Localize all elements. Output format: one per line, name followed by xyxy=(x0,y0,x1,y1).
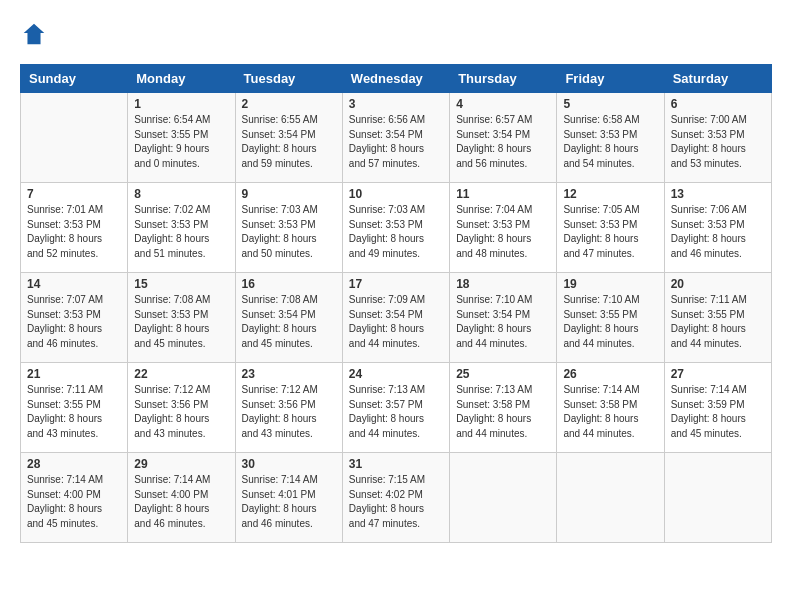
day-info: Sunrise: 7:03 AMSunset: 3:53 PMDaylight:… xyxy=(242,203,336,261)
day-info: Sunrise: 7:14 AMSunset: 3:58 PMDaylight:… xyxy=(563,383,657,441)
day-info: Sunrise: 6:54 AMSunset: 3:55 PMDaylight:… xyxy=(134,113,228,171)
calendar-cell: 10Sunrise: 7:03 AMSunset: 3:53 PMDayligh… xyxy=(342,183,449,273)
calendar-cell: 30Sunrise: 7:14 AMSunset: 4:01 PMDayligh… xyxy=(235,453,342,543)
calendar-cell: 29Sunrise: 7:14 AMSunset: 4:00 PMDayligh… xyxy=(128,453,235,543)
calendar-cell: 2Sunrise: 6:55 AMSunset: 3:54 PMDaylight… xyxy=(235,93,342,183)
day-number: 4 xyxy=(456,97,550,111)
calendar-cell: 1Sunrise: 6:54 AMSunset: 3:55 PMDaylight… xyxy=(128,93,235,183)
day-number: 16 xyxy=(242,277,336,291)
calendar-week-row: 28Sunrise: 7:14 AMSunset: 4:00 PMDayligh… xyxy=(21,453,772,543)
day-number: 5 xyxy=(563,97,657,111)
calendar-cell: 17Sunrise: 7:09 AMSunset: 3:54 PMDayligh… xyxy=(342,273,449,363)
calendar-cell: 24Sunrise: 7:13 AMSunset: 3:57 PMDayligh… xyxy=(342,363,449,453)
calendar-cell: 20Sunrise: 7:11 AMSunset: 3:55 PMDayligh… xyxy=(664,273,771,363)
calendar-cell: 4Sunrise: 6:57 AMSunset: 3:54 PMDaylight… xyxy=(450,93,557,183)
day-number: 6 xyxy=(671,97,765,111)
day-info: Sunrise: 6:58 AMSunset: 3:53 PMDaylight:… xyxy=(563,113,657,171)
calendar-cell: 23Sunrise: 7:12 AMSunset: 3:56 PMDayligh… xyxy=(235,363,342,453)
calendar-cell: 25Sunrise: 7:13 AMSunset: 3:58 PMDayligh… xyxy=(450,363,557,453)
calendar-cell: 19Sunrise: 7:10 AMSunset: 3:55 PMDayligh… xyxy=(557,273,664,363)
day-number: 2 xyxy=(242,97,336,111)
calendar-cell: 22Sunrise: 7:12 AMSunset: 3:56 PMDayligh… xyxy=(128,363,235,453)
calendar-cell: 15Sunrise: 7:08 AMSunset: 3:53 PMDayligh… xyxy=(128,273,235,363)
logo-icon xyxy=(20,20,48,48)
column-header-monday: Monday xyxy=(128,65,235,93)
day-info: Sunrise: 7:11 AMSunset: 3:55 PMDaylight:… xyxy=(671,293,765,351)
day-number: 25 xyxy=(456,367,550,381)
day-number: 3 xyxy=(349,97,443,111)
day-info: Sunrise: 7:13 AMSunset: 3:58 PMDaylight:… xyxy=(456,383,550,441)
day-info: Sunrise: 7:14 AMSunset: 4:00 PMDaylight:… xyxy=(27,473,121,531)
calendar-week-row: 21Sunrise: 7:11 AMSunset: 3:55 PMDayligh… xyxy=(21,363,772,453)
day-number: 10 xyxy=(349,187,443,201)
svg-marker-0 xyxy=(24,24,45,45)
column-header-wednesday: Wednesday xyxy=(342,65,449,93)
day-number: 19 xyxy=(563,277,657,291)
calendar-cell: 3Sunrise: 6:56 AMSunset: 3:54 PMDaylight… xyxy=(342,93,449,183)
column-header-saturday: Saturday xyxy=(664,65,771,93)
day-number: 9 xyxy=(242,187,336,201)
day-number: 20 xyxy=(671,277,765,291)
page-header xyxy=(20,20,772,48)
day-number: 14 xyxy=(27,277,121,291)
day-info: Sunrise: 7:02 AMSunset: 3:53 PMDaylight:… xyxy=(134,203,228,261)
calendar-cell: 6Sunrise: 7:00 AMSunset: 3:53 PMDaylight… xyxy=(664,93,771,183)
day-number: 7 xyxy=(27,187,121,201)
day-number: 23 xyxy=(242,367,336,381)
calendar-week-row: 1Sunrise: 6:54 AMSunset: 3:55 PMDaylight… xyxy=(21,93,772,183)
day-info: Sunrise: 7:14 AMSunset: 4:00 PMDaylight:… xyxy=(134,473,228,531)
calendar-cell: 21Sunrise: 7:11 AMSunset: 3:55 PMDayligh… xyxy=(21,363,128,453)
calendar-cell: 7Sunrise: 7:01 AMSunset: 3:53 PMDaylight… xyxy=(21,183,128,273)
day-info: Sunrise: 7:15 AMSunset: 4:02 PMDaylight:… xyxy=(349,473,443,531)
day-info: Sunrise: 7:03 AMSunset: 3:53 PMDaylight:… xyxy=(349,203,443,261)
day-number: 31 xyxy=(349,457,443,471)
day-number: 29 xyxy=(134,457,228,471)
day-info: Sunrise: 6:56 AMSunset: 3:54 PMDaylight:… xyxy=(349,113,443,171)
calendar-week-row: 14Sunrise: 7:07 AMSunset: 3:53 PMDayligh… xyxy=(21,273,772,363)
calendar-cell: 5Sunrise: 6:58 AMSunset: 3:53 PMDaylight… xyxy=(557,93,664,183)
calendar-cell: 31Sunrise: 7:15 AMSunset: 4:02 PMDayligh… xyxy=(342,453,449,543)
day-info: Sunrise: 7:14 AMSunset: 3:59 PMDaylight:… xyxy=(671,383,765,441)
day-number: 8 xyxy=(134,187,228,201)
calendar-cell xyxy=(21,93,128,183)
day-number: 28 xyxy=(27,457,121,471)
day-number: 21 xyxy=(27,367,121,381)
day-info: Sunrise: 7:04 AMSunset: 3:53 PMDaylight:… xyxy=(456,203,550,261)
column-header-tuesday: Tuesday xyxy=(235,65,342,93)
calendar-cell: 14Sunrise: 7:07 AMSunset: 3:53 PMDayligh… xyxy=(21,273,128,363)
calendar-table: SundayMondayTuesdayWednesdayThursdayFrid… xyxy=(20,64,772,543)
day-number: 1 xyxy=(134,97,228,111)
calendar-cell: 9Sunrise: 7:03 AMSunset: 3:53 PMDaylight… xyxy=(235,183,342,273)
column-header-sunday: Sunday xyxy=(21,65,128,93)
day-number: 11 xyxy=(456,187,550,201)
day-number: 26 xyxy=(563,367,657,381)
day-number: 30 xyxy=(242,457,336,471)
calendar-cell xyxy=(664,453,771,543)
calendar-week-row: 7Sunrise: 7:01 AMSunset: 3:53 PMDaylight… xyxy=(21,183,772,273)
day-number: 13 xyxy=(671,187,765,201)
calendar-cell: 18Sunrise: 7:10 AMSunset: 3:54 PMDayligh… xyxy=(450,273,557,363)
calendar-cell: 8Sunrise: 7:02 AMSunset: 3:53 PMDaylight… xyxy=(128,183,235,273)
day-info: Sunrise: 7:12 AMSunset: 3:56 PMDaylight:… xyxy=(242,383,336,441)
calendar-cell: 28Sunrise: 7:14 AMSunset: 4:00 PMDayligh… xyxy=(21,453,128,543)
calendar-cell xyxy=(557,453,664,543)
day-info: Sunrise: 7:10 AMSunset: 3:55 PMDaylight:… xyxy=(563,293,657,351)
day-info: Sunrise: 7:01 AMSunset: 3:53 PMDaylight:… xyxy=(27,203,121,261)
day-info: Sunrise: 7:06 AMSunset: 3:53 PMDaylight:… xyxy=(671,203,765,261)
calendar-cell: 27Sunrise: 7:14 AMSunset: 3:59 PMDayligh… xyxy=(664,363,771,453)
column-header-friday: Friday xyxy=(557,65,664,93)
day-number: 15 xyxy=(134,277,228,291)
calendar-cell: 13Sunrise: 7:06 AMSunset: 3:53 PMDayligh… xyxy=(664,183,771,273)
calendar-cell: 12Sunrise: 7:05 AMSunset: 3:53 PMDayligh… xyxy=(557,183,664,273)
day-number: 27 xyxy=(671,367,765,381)
day-info: Sunrise: 7:00 AMSunset: 3:53 PMDaylight:… xyxy=(671,113,765,171)
day-info: Sunrise: 7:13 AMSunset: 3:57 PMDaylight:… xyxy=(349,383,443,441)
logo xyxy=(20,20,52,48)
column-header-thursday: Thursday xyxy=(450,65,557,93)
calendar-cell: 26Sunrise: 7:14 AMSunset: 3:58 PMDayligh… xyxy=(557,363,664,453)
calendar-cell xyxy=(450,453,557,543)
day-info: Sunrise: 7:14 AMSunset: 4:01 PMDaylight:… xyxy=(242,473,336,531)
day-info: Sunrise: 7:05 AMSunset: 3:53 PMDaylight:… xyxy=(563,203,657,261)
day-info: Sunrise: 7:08 AMSunset: 3:54 PMDaylight:… xyxy=(242,293,336,351)
calendar-header-row: SundayMondayTuesdayWednesdayThursdayFrid… xyxy=(21,65,772,93)
